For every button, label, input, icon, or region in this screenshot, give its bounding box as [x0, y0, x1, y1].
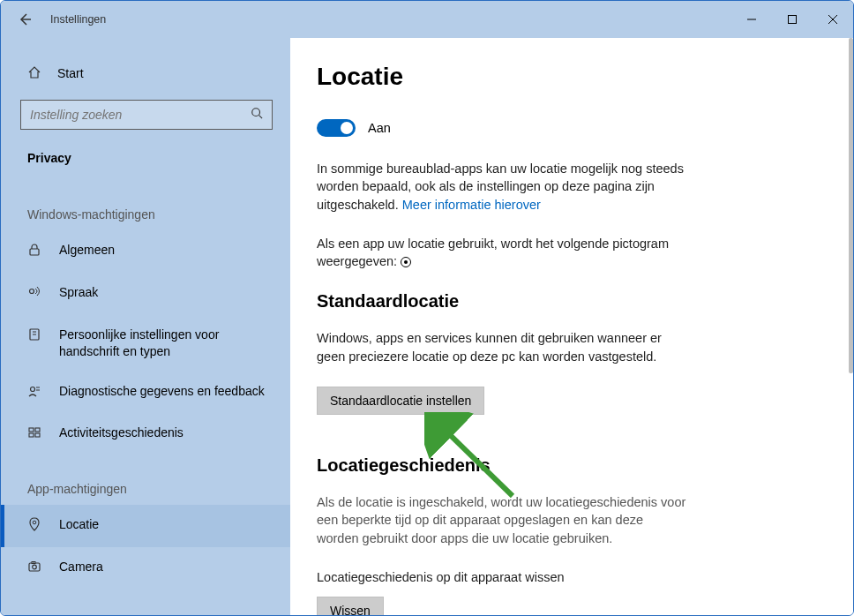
svg-rect-15 [29, 433, 34, 437]
nav-home[interactable]: Start [1, 56, 290, 91]
sidebar-item-activity-history[interactable]: Activiteitsgeschiedenis [1, 413, 290, 455]
svg-point-17 [33, 522, 36, 525]
sidebar-item-inking[interactable]: Persoonlijke instellingen voor handschri… [1, 315, 290, 372]
home-icon [27, 65, 43, 82]
minimize-button[interactable] [731, 5, 772, 34]
svg-rect-14 [35, 428, 40, 432]
window-title: Instellingen [50, 13, 106, 26]
svg-point-5 [252, 109, 260, 116]
location-toggle-label: Aan [368, 121, 391, 135]
clear-history-button[interactable]: Wissen [317, 597, 384, 615]
close-button[interactable] [813, 5, 853, 34]
default-location-para: Windows, apps en services kunnen dit geb… [317, 329, 687, 365]
location-toggle-row: Aan [317, 119, 818, 137]
sidebar-item-diagnostics[interactable]: Diagnostische gegevens en feedback [1, 372, 290, 414]
maximize-button[interactable] [772, 5, 813, 34]
svg-rect-2 [789, 16, 797, 24]
feedback-icon [27, 384, 43, 402]
sidebar-item-label: Activiteitsgeschiedenis [59, 424, 184, 441]
notebook-icon [27, 327, 43, 346]
default-location-heading: Standaardlocatie [317, 291, 818, 312]
camera-icon [27, 560, 43, 578]
location-history-heading: Locatiegeschiedenis [317, 455, 818, 476]
scrollbar[interactable] [849, 38, 853, 373]
svg-point-12 [31, 387, 35, 391]
sidebar-item-general[interactable]: Algemeen [1, 230, 290, 273]
page-title: Locatie [317, 63, 818, 91]
titlebar: Instellingen [1, 1, 853, 38]
svg-rect-16 [35, 433, 40, 437]
back-button[interactable] [17, 11, 33, 27]
location-history-para: Als de locatie is ingeschakeld, wordt uw… [317, 493, 687, 547]
svg-point-8 [30, 289, 34, 293]
sidebar-item-label: Camera [59, 559, 103, 575]
svg-rect-18 [29, 563, 40, 571]
sidebar-item-location[interactable]: Locatie [1, 505, 290, 547]
content-pane: Locatie Aan In sommige bureaublad-apps k… [290, 38, 853, 615]
speech-icon [27, 285, 43, 304]
sidebar-item-label: Persoonlijke instellingen voor handschri… [59, 327, 273, 360]
desktop-apps-note: In sommige bureaublad-apps kan uw locati… [317, 160, 687, 214]
search-field[interactable] [30, 108, 251, 122]
location-icon-note: Als een app uw locatie gebruikt, wordt h… [317, 235, 687, 271]
sidebar-item-label: Spraak [59, 284, 98, 301]
sidebar-item-speech[interactable]: Spraak [1, 273, 290, 315]
svg-point-19 [33, 565, 37, 569]
search-input[interactable] [20, 100, 273, 130]
group-label-app-permissions: App-machtigingen [1, 455, 290, 505]
sidebar-item-camera[interactable]: Camera [1, 547, 290, 590]
search-icon [251, 107, 263, 123]
clear-history-label: Locatiegeschiedenis op dit apparaat wiss… [317, 568, 687, 586]
location-indicator-icon [401, 257, 411, 267]
svg-line-6 [259, 116, 263, 119]
section-header: Privacy [1, 142, 290, 181]
set-default-location-button[interactable]: Standaardlocatie instellen [317, 387, 484, 415]
sidebar-item-label: Algemeen [59, 242, 115, 259]
sidebar: Start Privacy Windows-machtigingen Algem… [1, 38, 290, 615]
svg-rect-13 [29, 428, 34, 432]
sidebar-item-label: Diagnostische gegevens en feedback [59, 383, 265, 400]
window-controls [731, 5, 853, 34]
lock-icon [27, 243, 43, 261]
location-icon [27, 517, 43, 536]
svg-rect-7 [30, 249, 39, 255]
sidebar-item-label: Locatie [59, 516, 99, 533]
group-label-windows-permissions: Windows-machtigingen [1, 181, 290, 230]
timeline-icon [27, 425, 43, 444]
nav-home-label: Start [57, 66, 84, 80]
location-toggle[interactable] [317, 119, 356, 137]
learn-more-link[interactable]: Meer informatie hierover [402, 198, 541, 212]
